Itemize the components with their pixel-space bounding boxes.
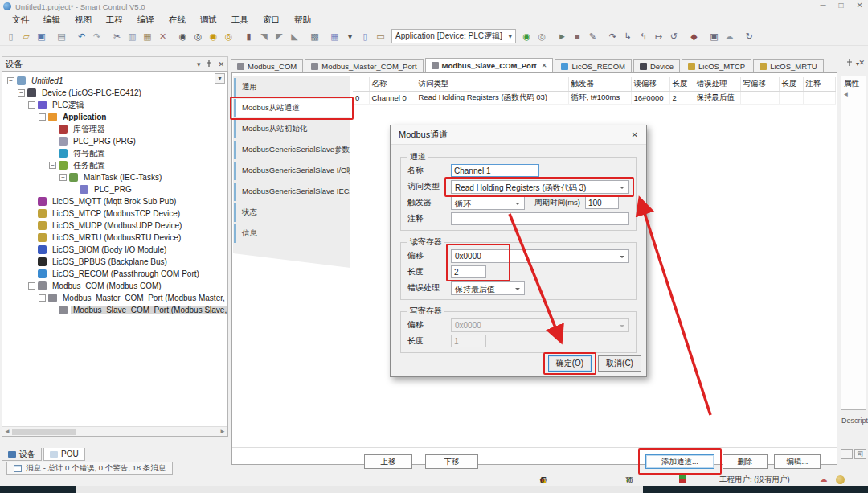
column-header[interactable]: 写偏移 bbox=[740, 77, 779, 91]
breakpoint-icon[interactable]: ◆ bbox=[687, 30, 701, 43]
search-replace-project-icon[interactable]: ◎ bbox=[222, 30, 235, 43]
menu-item[interactable]: 视图 bbox=[68, 13, 99, 27]
stop-icon[interactable]: ■ bbox=[571, 29, 584, 43]
dialog-close-icon[interactable]: ✕ bbox=[632, 130, 638, 139]
editor-nav-item[interactable]: 通用 bbox=[234, 78, 350, 97]
cloud-icon[interactable]: ☁ bbox=[820, 475, 828, 483]
document-tab[interactable]: Modbus_Slave_COM_Port ✕ bbox=[425, 58, 554, 72]
step-into-icon[interactable]: ↳ bbox=[621, 30, 635, 43]
single-cycle-icon[interactable]: ✎ bbox=[586, 30, 600, 43]
document-tab[interactable]: Modbus_Master_COM_Port bbox=[305, 59, 423, 72]
column-header[interactable]: 名称 bbox=[369, 77, 416, 91]
panel-tab[interactable]: POU bbox=[43, 448, 85, 461]
tab-close-icon[interactable]: ✕ bbox=[542, 62, 547, 69]
access-type-select[interactable]: Read Holding Registers (函数代码 3) bbox=[451, 180, 629, 194]
refresh-icon[interactable]: ↻ bbox=[743, 30, 756, 43]
pin-icon[interactable] bbox=[846, 59, 853, 68]
editor-nav-item[interactable]: ModbusGenericSerialSlave IEC对象 bbox=[234, 183, 350, 201]
search-project-icon[interactable]: ◉ bbox=[207, 30, 220, 43]
delete-button[interactable]: 删除 bbox=[723, 454, 768, 469]
start-icon[interactable]: ► bbox=[555, 29, 569, 43]
tree-item[interactable]: − LicOS_MQTT (Mqtt Brok Sub Pub) bbox=[4, 195, 227, 207]
menu-item[interactable]: 帮助 bbox=[287, 13, 318, 27]
print-icon[interactable]: ▤ bbox=[55, 30, 68, 43]
build-dropdown-icon[interactable]: ▾ bbox=[343, 30, 357, 43]
tree-item[interactable]: − Application bbox=[4, 111, 227, 123]
move-down-button[interactable]: 下移 bbox=[425, 454, 478, 469]
scroll-right-icon[interactable]: ► bbox=[219, 428, 226, 435]
trigger-select[interactable]: 循环 bbox=[451, 196, 525, 210]
document-tab[interactable]: LicOS_MTCP bbox=[682, 59, 751, 72]
column-header[interactable]: 注释 bbox=[803, 77, 835, 91]
tree-horizontal-scrollbar[interactable]: ◄ ► bbox=[2, 426, 227, 436]
find-icon[interactable]: ◉ bbox=[176, 30, 190, 43]
menu-item[interactable]: 编辑 bbox=[36, 13, 68, 27]
bookmark-next-icon[interactable]: ◥ bbox=[257, 30, 271, 43]
document-tab[interactable]: Device bbox=[633, 59, 680, 72]
scrollbar-thumb[interactable] bbox=[12, 429, 76, 435]
document-tab[interactable]: LicOS_MRTU bbox=[753, 59, 823, 72]
step-over-icon[interactable]: ↷ bbox=[606, 30, 620, 43]
tree-item[interactable]: − LicOS_RECOM (Passthrough COM Port) bbox=[4, 268, 227, 280]
copy-icon[interactable]: ▥ bbox=[125, 30, 139, 43]
expander-icon[interactable]: − bbox=[39, 294, 46, 302]
tree-item[interactable]: − PLC_PRG bbox=[4, 183, 227, 195]
editor-nav-item[interactable]: ModbusGenericSerialSlave I/O映射 bbox=[234, 162, 350, 180]
scroll-left-icon[interactable]: ◄ bbox=[4, 428, 10, 435]
tree-item[interactable]: − LicOS_BIOM (Body I/O Module) bbox=[4, 244, 227, 256]
new-object-icon[interactable]: ▯ bbox=[358, 30, 372, 43]
bookmark-prev-icon[interactable]: ◤ bbox=[272, 30, 286, 43]
paste-icon[interactable]: ▦ bbox=[141, 30, 154, 43]
tree-item[interactable]: − LicOS_MUDP (ModbusUDP Device) bbox=[4, 220, 227, 232]
editor-nav-item[interactable]: Modbus从站通道 bbox=[234, 99, 350, 117]
cancel-button[interactable]: 取消(C) bbox=[598, 355, 641, 372]
expander-icon[interactable]: − bbox=[28, 101, 35, 109]
panel-tab[interactable]: 设备 bbox=[2, 448, 42, 461]
menu-item[interactable]: 编译 bbox=[130, 13, 162, 27]
delete-icon[interactable]: ✕ bbox=[156, 30, 170, 43]
maximize-icon[interactable]: □ bbox=[839, 1, 844, 10]
column-header[interactable]: 错误处理 bbox=[694, 77, 740, 91]
logout-icon[interactable]: ◎ bbox=[535, 30, 549, 43]
window-icon[interactable]: ▣ bbox=[707, 30, 721, 43]
find-replace-icon[interactable]: ◎ bbox=[191, 30, 205, 43]
save-icon[interactable]: ▣ bbox=[35, 30, 48, 43]
panel-close-icon[interactable]: ✕ bbox=[218, 60, 224, 68]
menu-item[interactable]: 在线 bbox=[162, 13, 193, 27]
close-icon[interactable]: ✕ bbox=[857, 1, 863, 10]
ok-button[interactable]: 确定(O) bbox=[548, 355, 592, 372]
tree-options-button[interactable]: ▾ bbox=[215, 73, 225, 84]
dialog-title-bar[interactable]: Modbus通道 ✕ bbox=[391, 125, 646, 145]
column-header[interactable]: 访问类型 bbox=[416, 77, 568, 91]
column-header[interactable]: 读偏移 bbox=[631, 77, 669, 91]
editor-nav-item[interactable]: Modbus从站初始化 bbox=[234, 120, 350, 138]
new-file-icon[interactable]: ▯ bbox=[4, 30, 18, 43]
tree-item[interactable]: − Modbus_COM (Modbus COM) bbox=[4, 280, 227, 292]
editor-nav-item[interactable]: ModbusGenericSerialSlave参数 bbox=[234, 141, 350, 159]
channel-name-input[interactable] bbox=[451, 164, 539, 177]
bookmark-clear-icon[interactable]: ◣ bbox=[288, 30, 301, 43]
move-up-button[interactable]: 上移 bbox=[364, 454, 412, 469]
menu-item[interactable]: 文件 bbox=[5, 13, 36, 27]
read-length-input[interactable] bbox=[451, 265, 486, 278]
add-channel-button[interactable]: 添加通道... bbox=[645, 454, 714, 469]
column-header[interactable]: 触发器 bbox=[568, 77, 631, 91]
flow-control-icon[interactable]: ☁ bbox=[723, 30, 736, 43]
tree-item-selected[interactable]: − Modbus_Slave_COM_Port (Modbus Slave, C… bbox=[4, 304, 227, 316]
tree-item[interactable]: − PLC_PRG (PRG) bbox=[4, 135, 227, 147]
undo-icon[interactable]: ↶ bbox=[75, 30, 88, 43]
read-offset-select[interactable]: 0x0000 bbox=[451, 249, 629, 263]
bookmark-toggle-icon[interactable]: ▮ bbox=[242, 30, 256, 43]
comment-input[interactable] bbox=[451, 212, 629, 225]
tree-item[interactable]: − 库管理器 bbox=[4, 123, 227, 135]
menu-item[interactable]: 工程 bbox=[99, 13, 130, 27]
collapse-icon[interactable]: ◂ bbox=[844, 89, 848, 98]
expander-icon[interactable]: − bbox=[18, 89, 25, 97]
edit-button[interactable]: 编辑... bbox=[774, 454, 821, 469]
step-out-icon[interactable]: ↰ bbox=[637, 30, 650, 43]
open-project-icon[interactable]: ▱ bbox=[19, 30, 33, 43]
tree-item[interactable]: − LicOS_MTCP (ModbusTCP Device) bbox=[4, 207, 227, 220]
minimize-icon[interactable]: ─ bbox=[820, 1, 825, 10]
menu-item[interactable]: 调试 bbox=[193, 13, 224, 27]
expander-icon[interactable]: − bbox=[7, 77, 14, 84]
